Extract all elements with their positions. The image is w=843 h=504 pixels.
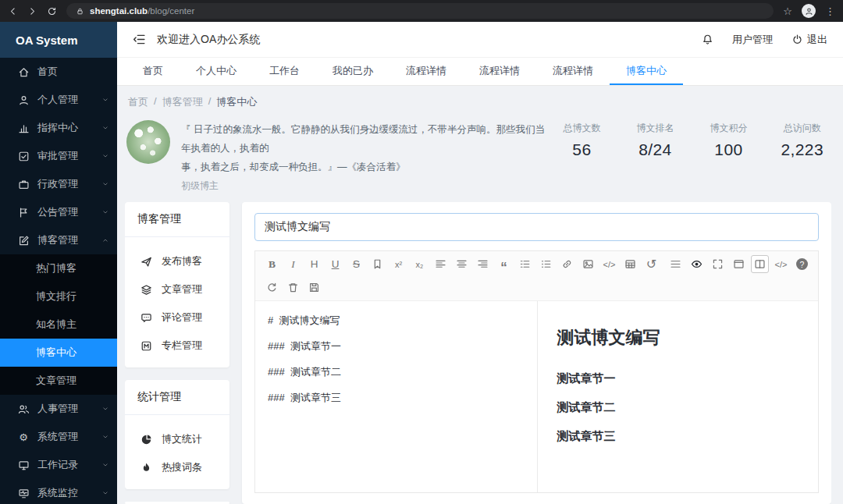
stat-value: 56 [560, 140, 603, 159]
blog-title-input[interactable] [254, 213, 819, 241]
sidebar-item-work-records[interactable]: 工作记录 [0, 451, 117, 479]
align-center-icon[interactable] [453, 255, 471, 273]
sidebar-item-home[interactable]: 首页 [0, 58, 117, 86]
layers-icon [140, 284, 152, 296]
fire-icon [140, 462, 152, 474]
blockquote-icon[interactable]: “ [495, 255, 513, 273]
reading-mode-icon[interactable] [730, 255, 748, 273]
breadcrumb-home[interactable]: 首页 [128, 95, 148, 109]
tab-process-detail-3[interactable]: 流程详情 [536, 58, 610, 85]
italic-icon[interactable]: I [284, 255, 302, 273]
sidebar-item-blog-center[interactable]: 博客中心 [0, 339, 117, 367]
save-icon[interactable] [305, 279, 323, 296]
sidebar-collapse-icon[interactable] [133, 33, 146, 46]
strikethrough-icon[interactable]: S [347, 255, 365, 273]
sidebar-item-label: 知名博主 [36, 318, 109, 332]
split-view-icon[interactable] [751, 255, 769, 273]
align-right-icon[interactable] [474, 255, 492, 273]
sidebar-item-label: 指挥中心 [37, 121, 94, 135]
panel-item-publish-blog[interactable]: 发布博客 [125, 247, 229, 275]
sidebar-item-label: 工作记录 [37, 458, 94, 472]
sidebar-item-famous-bloggers[interactable]: 知名博主 [0, 311, 117, 339]
breadcrumb: 首页 / 博客管理 / 博客中心 [128, 95, 831, 109]
browser-chrome: shengtai.club/blog/center ☆ ⋮ [0, 0, 843, 22]
browser-back-icon[interactable] [8, 6, 18, 16]
browser-profile-avatar[interactable] [802, 4, 816, 18]
notification-bell-icon[interactable] [702, 34, 713, 45]
edit-icon [17, 235, 30, 247]
panel-item-hot-search[interactable]: 热搜词条 [125, 453, 229, 481]
trash-icon[interactable] [284, 279, 302, 296]
sidebar: OA System 首页 个人管理 指挥中心 审批管理 [0, 22, 117, 504]
tab-personal-center[interactable]: 个人中心 [180, 58, 253, 85]
sidebar-item-administration[interactable]: 行政管理 [0, 170, 117, 198]
markdown-source-pane[interactable]: # 测试博文编写 ### 测试章节一 ### 测试章节二 ### 测试章节三 [255, 301, 537, 492]
url-bar[interactable]: shengtai.club/blog/center [66, 3, 774, 19]
user-management-link[interactable]: 用户管理 [732, 33, 773, 47]
preview-eye-icon[interactable] [688, 255, 706, 273]
browser-forward-icon[interactable] [27, 6, 37, 16]
markdown-preview-pane: 测试博文编写 测试章节一 测试章节二 测试章节三 [537, 301, 819, 492]
image-icon[interactable] [579, 255, 597, 273]
browser-reload-icon[interactable] [47, 6, 57, 16]
tab-blog-center[interactable]: 博客中心 [610, 58, 683, 85]
tab-my-done[interactable]: 我的已办 [316, 58, 389, 85]
tab-home[interactable]: 首页 [126, 58, 180, 85]
stat-value: 8/24 [634, 140, 676, 159]
sidebar-item-approval[interactable]: 审批管理 [0, 142, 117, 170]
unordered-list-icon[interactable] [537, 255, 555, 273]
power-icon [791, 34, 803, 45]
sidebar-item-announcement[interactable]: 公告管理 [0, 198, 117, 226]
sidebar-item-personal[interactable]: 个人管理 [0, 86, 117, 114]
content-area: 首页 / 博客管理 / 博客中心 『 日子过的象流水一般。它静静的从我们身边缓缓… [117, 86, 843, 504]
home-icon [17, 66, 30, 78]
stat-value: 100 [707, 140, 749, 159]
toc-icon[interactable] [667, 255, 685, 273]
comment-icon [140, 312, 152, 324]
undo-icon[interactable]: ↺ [642, 255, 660, 273]
table-icon[interactable] [621, 255, 639, 273]
sidebar-item-system-management[interactable]: ⚙ 系统管理 [0, 423, 117, 451]
sidebar-item-command-center[interactable]: 指挥中心 [0, 114, 117, 142]
bold-icon[interactable]: B [263, 255, 281, 273]
help-icon[interactable]: ? [793, 255, 811, 273]
tab-process-detail-2[interactable]: 流程详情 [463, 58, 536, 85]
panel-item-column-management[interactable]: 专栏管理 [125, 332, 229, 360]
sidebar-item-blog-ranking[interactable]: 博文排行 [0, 282, 117, 311]
panel-item-blog-statistics[interactable]: 博文统计 [125, 425, 229, 453]
panel-item-label: 热搜词条 [162, 460, 202, 474]
fullscreen-icon[interactable] [709, 255, 727, 273]
sidebar-item-system-monitor[interactable]: 系统监控 [0, 479, 117, 504]
bookmark-star-icon[interactable]: ☆ [783, 5, 792, 17]
sidebar-item-label: 人事管理 [37, 402, 94, 416]
underline-icon[interactable]: U [326, 255, 344, 273]
breadcrumb-blog-management[interactable]: 博客管理 [162, 95, 203, 109]
sidebar-item-hr[interactable]: 人事管理 [0, 395, 117, 423]
sidebar-item-hot-blogs[interactable]: 热门博客 [0, 254, 117, 282]
tab-workbench[interactable]: 工作台 [253, 58, 316, 85]
panel-item-article-management[interactable]: 文章管理 [125, 275, 229, 303]
link-icon[interactable] [558, 255, 576, 273]
blog-management-card: 博客管理 发布博客 文章管理 [125, 202, 229, 367]
sidebar-item-label: 文章管理 [36, 374, 109, 388]
blog-editor-card: B I H U S x² x₂ “ [242, 202, 831, 504]
logout-button[interactable]: 退出 [791, 33, 827, 47]
blogger-quote-line-1: 『 日子过的象流水一般。它静静的从我们身边缓缓流过，不带半分声响。那些我们当年执… [181, 120, 550, 158]
bookmark-icon[interactable] [368, 255, 386, 273]
heading-icon[interactable]: H [305, 255, 323, 273]
ordered-list-icon[interactable] [516, 255, 534, 273]
superscript-icon[interactable]: x² [389, 255, 407, 273]
sidebar-item-label: 系统监控 [37, 486, 94, 500]
browser-menu-icon[interactable]: ⋮ [825, 5, 835, 17]
align-left-icon[interactable] [432, 255, 450, 273]
sidebar-item-article-management[interactable]: 文章管理 [0, 367, 117, 395]
code-icon[interactable]: </> [600, 255, 618, 273]
sync-icon[interactable] [263, 279, 281, 296]
sidebar-item-blog-management[interactable]: 博客管理 [0, 226, 117, 254]
panel-item-comment-management[interactable]: 评论管理 [125, 303, 229, 332]
editor-toolbar: B I H U S x² x₂ “ [255, 251, 818, 277]
html-code-icon[interactable]: </> [772, 255, 790, 273]
subscript-icon[interactable]: x₂ [411, 255, 429, 273]
tab-process-detail-1[interactable]: 流程详情 [389, 58, 463, 85]
editor-toolbar-row2 [255, 277, 818, 301]
